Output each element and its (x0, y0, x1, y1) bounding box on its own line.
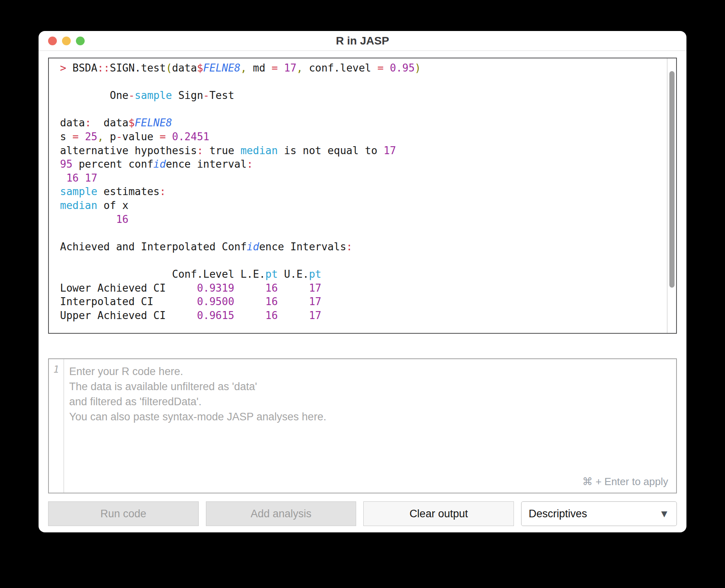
console-token: , (97, 131, 104, 143)
console-token: 16 (266, 296, 278, 308)
console-token: 0.95 (390, 62, 415, 74)
console-token (166, 131, 172, 143)
console-token: 95 (60, 158, 72, 170)
minimize-window-icon[interactable] (62, 37, 71, 45)
window-controls (48, 37, 85, 45)
console-token: true (203, 145, 240, 157)
console-token: 0.9500 (197, 296, 234, 308)
console-token: id (247, 241, 259, 253)
console-token (166, 282, 197, 294)
console-token (60, 172, 66, 184)
console-token: estimates (97, 186, 160, 197)
console-token: : (247, 158, 253, 170)
console-token: ence Intervals (259, 241, 346, 253)
console-line: s = 25, p-value = 0.2451 (60, 130, 664, 144)
console-token (234, 282, 265, 294)
console-token: - (203, 89, 209, 101)
console-token: is not equal to (278, 145, 384, 157)
console-token: One (60, 89, 128, 101)
console-token: FELNE8 (203, 62, 240, 74)
console-line: > BSDA::SIGN.test(data$FELNE8, md = 17, … (60, 61, 664, 75)
console-token (234, 309, 265, 321)
console-token: 17 (309, 309, 321, 321)
title-bar: R in JASP (39, 31, 686, 51)
output-scrollbar-thumb[interactable] (669, 71, 675, 288)
console-token: U.E. (278, 268, 309, 280)
console-token: 16 (266, 282, 278, 294)
console-token: sample (60, 186, 97, 197)
editor-text-area[interactable]: Enter your R code here. The data is avai… (64, 359, 676, 493)
console-token (384, 62, 390, 74)
console-token: $ (128, 117, 135, 129)
run-code-button[interactable]: Run code (48, 501, 199, 526)
console-token: 16 17 (66, 172, 97, 184)
console-line: sample estimates: (60, 185, 664, 199)
console-token: 16 (116, 213, 128, 225)
console-line: Conf.Level L.E.pt U.E.pt (60, 267, 664, 281)
console-token (60, 213, 116, 225)
console-token (79, 131, 85, 143)
console-line: Lower Achieved CI 0.9319 16 17 (60, 281, 664, 295)
console-line: Interpolated CI 0.9500 16 17 (60, 295, 664, 309)
console-token: of x (97, 199, 128, 211)
console-token: 17 (284, 62, 297, 74)
console-token (278, 62, 284, 74)
editor-line-number: 1 (49, 359, 64, 493)
console-token: sample (135, 89, 172, 101)
console-line (60, 75, 664, 89)
console-token: : (159, 186, 166, 197)
analysis-dropdown-value: Descriptives (529, 508, 587, 520)
console-token: Test (209, 89, 235, 101)
console-token: > (60, 62, 72, 74)
console-token: - (116, 131, 122, 143)
console-token: p (104, 131, 116, 143)
console-token: : (197, 145, 203, 157)
console-token (278, 309, 309, 321)
add-analysis-button[interactable]: Add analysis (206, 501, 357, 526)
console-token: 25 (85, 131, 97, 143)
console-token: value (122, 131, 160, 143)
console-token: : (346, 241, 353, 253)
console-token: 16 (266, 309, 278, 321)
console-token: 17 (309, 282, 321, 294)
console-line: data: data$FELNE8 (60, 116, 664, 130)
analysis-dropdown[interactable]: Descriptives ▼ (521, 501, 677, 526)
console-token: FELNE8 (135, 117, 172, 129)
console-token: $ (197, 62, 203, 74)
console-token: s (60, 131, 72, 143)
zoom-window-icon[interactable] (76, 37, 85, 45)
r-code-editor[interactable]: 1 Enter your R code here. The data is av… (48, 358, 677, 493)
console-token: - (128, 89, 135, 101)
console-token: = (271, 62, 278, 74)
console-token: 0.9615 (197, 309, 234, 321)
console-token: : (85, 117, 91, 129)
console-token: ence interval (166, 158, 247, 170)
r-output-panel: > BSDA::SIGN.test(data$FELNE8, md = 17, … (48, 58, 677, 334)
console-token: , (240, 62, 247, 74)
console-line (60, 103, 664, 116)
editor-placeholder: Enter your R code here. The data is avai… (64, 359, 676, 424)
console-token: pt (309, 268, 321, 280)
console-token (166, 309, 197, 321)
app-window: R in JASP > BSDA::SIGN.test(data$FELNE8,… (39, 31, 686, 532)
console-line: 16 17 (60, 171, 664, 185)
console-line (60, 226, 664, 240)
console-token: Interpolated CI (60, 296, 153, 308)
console-line: alternative hypothesis: true median is n… (60, 144, 664, 158)
console-token: ) (415, 62, 421, 74)
console-line: 16 (60, 213, 664, 226)
console-token (234, 296, 265, 308)
close-window-icon[interactable] (48, 37, 57, 45)
console-token: 0.2451 (172, 131, 209, 143)
clear-output-button[interactable]: Clear output (363, 501, 514, 526)
console-token: BSDA (72, 62, 97, 74)
window-title: R in JASP (39, 35, 686, 47)
console-token: median (60, 199, 97, 211)
console-token: alternative hypothesis (60, 145, 197, 157)
console-token: Lower Achieved CI (60, 282, 166, 294)
output-scrollbar[interactable] (667, 58, 676, 333)
console-token: median (240, 145, 278, 157)
console-token: data (172, 62, 197, 74)
console-token: id (153, 158, 166, 170)
console-line: Achieved and Interpolated Confidence Int… (60, 240, 664, 254)
